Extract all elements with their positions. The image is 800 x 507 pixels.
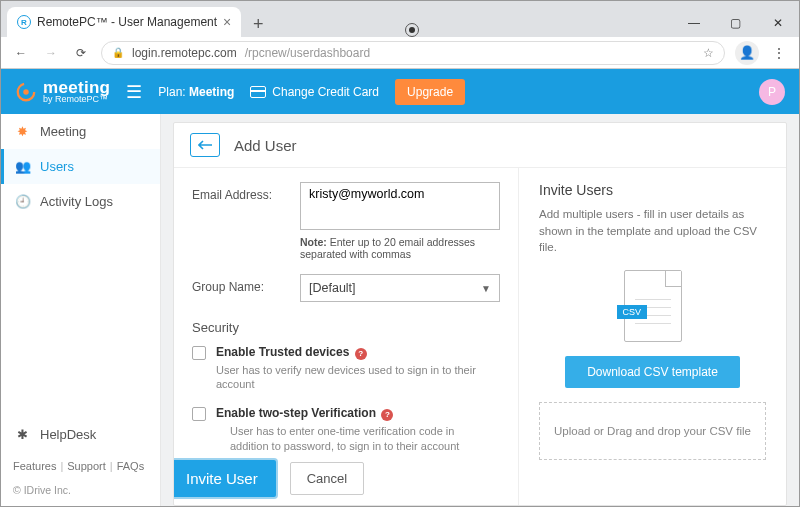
csv-template-illustration: CSV (539, 270, 766, 342)
lock-icon: 🔒 (112, 47, 124, 58)
url-path: /rpcnew/userdashboard (245, 46, 370, 60)
copyright-text: © IDrive Inc. (1, 480, 160, 506)
helpdesk-label: HelpDesk (40, 427, 96, 442)
group-select[interactable]: [Default] ▼ (300, 274, 500, 302)
file-csv-icon: CSV (624, 270, 682, 342)
favicon-icon: R (17, 15, 31, 29)
sidebar-item-label: Meeting (40, 124, 86, 139)
csv-upload-dropzone[interactable]: Upload or Drag and drop your CSV file (539, 402, 766, 460)
window-controls: — ▢ ✕ (673, 9, 799, 37)
browser-profile-icon[interactable]: 👤 (735, 41, 759, 65)
users-icon: 👥 (15, 159, 30, 174)
helpdesk-icon: ✱ (15, 427, 30, 442)
download-csv-template-button[interactable]: Download CSV template (565, 356, 740, 388)
hamburger-menu-icon[interactable]: ☰ (126, 81, 142, 103)
trusted-devices-label: Enable Trusted devices (216, 345, 349, 359)
cancel-button[interactable]: Cancel (290, 462, 364, 495)
two-step-label: Enable two-step Verification (216, 406, 376, 420)
close-window-button[interactable]: ✕ (757, 9, 799, 37)
security-heading: Security (192, 320, 500, 335)
email-label: Email Address: (192, 182, 288, 230)
brand-subtitle: by RemotePC™ (43, 95, 110, 104)
trusted-devices-checkbox[interactable] (192, 346, 206, 360)
sidebar-item-label: Users (40, 159, 74, 174)
link-faqs[interactable]: FAQs (117, 460, 145, 472)
minimize-button[interactable]: — (673, 9, 715, 37)
browser-menu-icon[interactable]: ⋮ (769, 43, 789, 63)
maximize-button[interactable]: ▢ (715, 9, 757, 37)
forward-nav-icon[interactable]: → (41, 43, 61, 63)
tab-title: RemotePC™ - User Management (37, 15, 217, 29)
info-icon[interactable]: ? (381, 409, 393, 421)
footer-links: Features|Support|FAQs (1, 452, 160, 480)
change-credit-card-link[interactable]: Change Credit Card (250, 85, 379, 99)
info-icon[interactable]: ? (355, 348, 367, 360)
invite-users-description: Add multiple users - fill in user detail… (539, 206, 766, 256)
reload-icon[interactable]: ⟳ (71, 43, 91, 63)
record-indicator-icon (405, 23, 419, 37)
sidebar-item-activity-logs[interactable]: 🕘 Activity Logs (1, 184, 160, 219)
sidebar-item-helpdesk[interactable]: ✱ HelpDesk (1, 417, 160, 452)
group-label: Group Name: (192, 274, 288, 302)
browser-titlebar: R RemotePC™ - User Management × + — ▢ ✕ (1, 1, 799, 37)
invite-user-button[interactable]: Invite User (174, 460, 276, 497)
brand-mark-icon (15, 81, 37, 103)
change-cc-label: Change Credit Card (272, 85, 379, 99)
url-host: login.remotepc.com (132, 46, 237, 60)
link-support[interactable]: Support (67, 460, 106, 472)
back-nav-icon[interactable]: ← (11, 43, 31, 63)
brand-logo[interactable]: meeting by RemotePC™ (15, 79, 110, 104)
credit-card-icon (250, 86, 266, 98)
chevron-down-icon: ▼ (481, 283, 491, 294)
link-features[interactable]: Features (13, 460, 56, 472)
two-step-hint: User has to enter one-time verification … (216, 424, 500, 454)
browser-urlbar: ← → ⟳ 🔒 login.remotepc.com/rpcnew/userda… (1, 37, 799, 69)
new-tab-button[interactable]: + (245, 11, 271, 37)
add-user-card: Add User Email Address: Note: Enter up t… (173, 122, 787, 506)
meeting-icon: ✸ (15, 124, 30, 139)
arrow-left-icon (198, 140, 212, 150)
sidebar: ✸ Meeting 👥 Users 🕘 Activity Logs ✱ Help… (1, 114, 161, 506)
email-note: Note: Enter up to 20 email addresses sep… (300, 236, 500, 260)
user-avatar[interactable]: P (759, 79, 785, 105)
back-button[interactable] (190, 133, 220, 157)
trusted-devices-hint: User has to verify new devices used to s… (216, 363, 500, 393)
browser-tab[interactable]: R RemotePC™ - User Management × (7, 7, 241, 37)
sidebar-item-label: Activity Logs (40, 194, 113, 209)
two-step-checkbox[interactable] (192, 407, 206, 421)
card-title: Add User (234, 137, 297, 154)
invite-users-heading: Invite Users (539, 182, 766, 198)
sidebar-item-meeting[interactable]: ✸ Meeting (1, 114, 160, 149)
close-tab-icon[interactable]: × (223, 14, 231, 30)
bookmark-star-icon[interactable]: ☆ (703, 46, 714, 60)
plan-label: Plan: Meeting (158, 85, 234, 99)
app-header: meeting by RemotePC™ ☰ Plan: Meeting Cha… (1, 69, 799, 114)
email-input[interactable] (300, 182, 500, 230)
activity-log-icon: 🕘 (15, 194, 30, 209)
upgrade-button[interactable]: Upgrade (395, 79, 465, 105)
svg-point-1 (23, 89, 29, 95)
sidebar-item-users[interactable]: 👥 Users (1, 149, 160, 184)
address-bar[interactable]: 🔒 login.remotepc.com/rpcnew/userdashboar… (101, 41, 725, 65)
csv-badge: CSV (617, 305, 648, 319)
group-selected-value: [Default] (309, 281, 356, 295)
